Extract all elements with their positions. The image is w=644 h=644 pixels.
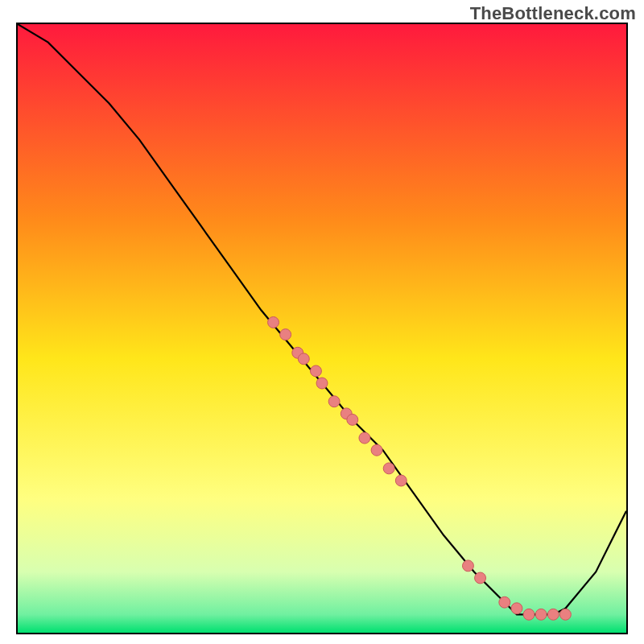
plot-frame	[16, 23, 628, 634]
data-dot	[547, 609, 559, 620]
gradient-background	[18, 24, 626, 633]
data-dot	[347, 414, 358, 425]
data-dot	[523, 609, 535, 620]
data-dot	[559, 609, 571, 620]
data-dot	[462, 560, 473, 572]
watermark-text: TheBottleneck.com	[470, 3, 636, 24]
plot-svg	[18, 24, 626, 633]
data-dot	[280, 329, 291, 341]
data-dot	[316, 378, 328, 389]
data-dot	[268, 316, 279, 328]
data-dot	[328, 396, 340, 407]
chart-stage: TheBottleneck.com	[0, 0, 644, 644]
data-dot	[511, 603, 522, 614]
data-dot	[359, 432, 370, 444]
data-dot	[310, 365, 321, 377]
data-dot	[371, 444, 382, 456]
data-dot	[395, 475, 407, 486]
data-dot	[383, 463, 394, 474]
data-dot	[499, 597, 510, 608]
data-dot	[535, 609, 547, 620]
data-dot	[475, 572, 486, 584]
data-dot	[298, 353, 309, 365]
